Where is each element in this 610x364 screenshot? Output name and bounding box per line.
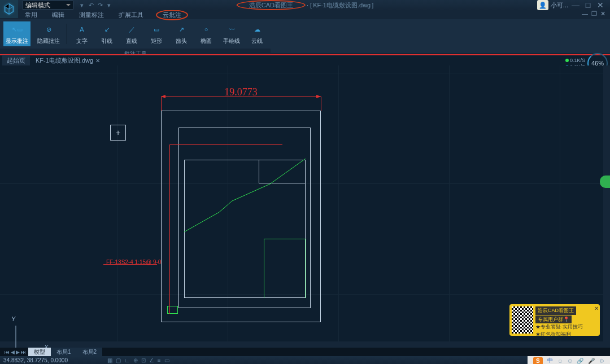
line-icon: ／ (124, 23, 140, 36)
qat-save-icon[interactable]: ▾ (78, 1, 86, 9)
model-toggle[interactable]: ▭ (164, 357, 169, 363)
dimension-value: 19.0773 (224, 86, 258, 98)
ime-tray: S 中 ☺ ⊙ 🔗 🎤 ⚙ (528, 356, 610, 364)
tab-nav-prev[interactable]: ◀ (11, 349, 15, 355)
hide-icon: ⊘ (41, 23, 56, 36)
tab-nav-first[interactable]: ⏮ (5, 349, 10, 355)
tool-show-annotate[interactable]: ↖▭显示批注 (3, 21, 30, 46)
status-bar: 34.8832, 38.7275, 0.0000 ▦▢∟⊕⊡∠≡▭ CH S 🔇 (0, 356, 610, 364)
maximize-button[interactable]: □ (583, 1, 593, 10)
layout2-tab[interactable]: 布局2 (77, 348, 103, 357)
status-toggles: ▦▢∟⊕⊡∠≡▭ (107, 357, 169, 363)
app-logo[interactable] (0, 0, 18, 18)
doc-minimize[interactable]: — (582, 10, 588, 17)
model-tab[interactable]: 模型 (28, 348, 51, 357)
doc-restore[interactable]: ❐ (591, 10, 597, 17)
title-bar: 编辑模式 ▾ ↶ ↷ ▾ 浩辰CAD看图王 · [KF-1电缆敷设图.dwg] … (0, 0, 610, 10)
layout1-tab[interactable]: 布局1 (51, 348, 77, 357)
tab-close-icon[interactable]: ✕ (95, 58, 100, 64)
minimize-button[interactable]: — (570, 1, 581, 10)
tool-arrow[interactable]: ↗箭头 (171, 21, 191, 46)
otrack-toggle[interactable]: ∠ (149, 357, 154, 363)
polar-toggle[interactable]: ⊕ (133, 357, 138, 363)
qat-redo-icon[interactable]: ↷ (96, 1, 104, 9)
tray-target-icon[interactable]: ⊙ (568, 358, 572, 364)
qr-code-icon (512, 306, 533, 334)
user-name[interactable]: 小可... (551, 1, 568, 10)
quick-access-toolbar: ▾ ↶ ↷ ▾ (78, 1, 113, 9)
tool-leader[interactable]: ↙引线 (97, 21, 117, 46)
mode-dropdown[interactable]: 编辑模式 (23, 1, 73, 10)
tray-link-icon[interactable]: 🔗 (577, 358, 583, 364)
tab-home[interactable]: 起始页 (2, 55, 30, 66)
sogou-tray-icon[interactable]: S (533, 357, 543, 365)
doc-close[interactable]: ✕ (600, 10, 605, 17)
text-icon: A (74, 23, 90, 36)
grid-toggle[interactable]: ▦ (107, 357, 112, 363)
snap-toggle[interactable]: ▢ (116, 357, 121, 363)
tool-rect[interactable]: ▭矩形 (146, 21, 167, 46)
ribbon: ↖▭显示批注 ⊘隐藏批注 A文字 ↙引线 ／直线 ▭矩形 ↗箭头 ○椭圆 〰手绘… (0, 19, 610, 54)
freehand-icon: 〰 (224, 23, 239, 36)
tool-text[interactable]: A文字 (72, 21, 92, 46)
tool-line[interactable]: ／直线 (121, 21, 142, 46)
document-tabs: 起始页 KF-1电缆敷设图.dwg✕ 0.1K/S 0.2K/S 46% (0, 54, 610, 65)
menu-cloud-annotate-highlighted[interactable]: 云批注 (156, 10, 188, 20)
window-title: 浩辰CAD看图王 · [KF-1电缆敷设图.dwg] (237, 0, 374, 10)
menu-measure[interactable]: 测量标注 (77, 11, 106, 19)
tray-settings-icon[interactable]: ⚙ (599, 358, 604, 364)
rect-icon: ▭ (149, 23, 164, 36)
qat-undo-icon[interactable]: ↶ (87, 1, 95, 9)
ad-close-button[interactable]: ✕ (594, 305, 599, 312)
leader-icon: ↙ (99, 23, 115, 36)
lwt-toggle[interactable]: ≡ (158, 357, 161, 363)
tray-mic-icon[interactable]: 🎤 (588, 358, 595, 364)
tab-file-active[interactable]: KF-1电缆敷设图.dwg✕ (31, 54, 104, 66)
app-name-highlighted: 浩辰CAD看图王 (237, 0, 306, 10)
menu-bar: 常用 编辑 测量标注 扩展工具 云批注 (0, 10, 610, 19)
qat-more-icon[interactable]: ▾ (105, 1, 113, 9)
cloud-icon: ☁ (249, 23, 265, 36)
doc-window-controls: — ❐ ✕ (582, 10, 605, 17)
ellipse-icon: ○ (198, 23, 214, 36)
tray-ch[interactable]: 中 (547, 357, 553, 364)
tab-nav-last[interactable]: ⏭ (21, 349, 26, 355)
tab-nav-next[interactable]: ▶ (16, 349, 20, 355)
user-avatar[interactable]: 👤 (537, 0, 548, 10)
cursor-icon: ↖▭ (9, 23, 25, 36)
tool-hide-annotate[interactable]: ⊘隐藏批注 (35, 21, 62, 46)
tool-ellipse[interactable]: ○椭圆 (196, 21, 216, 46)
osnap-toggle[interactable]: ⊡ (141, 357, 146, 363)
menu-edit[interactable]: 编辑 (50, 11, 67, 19)
menu-extend[interactable]: 扩展工具 (116, 11, 146, 19)
tray-emoji-icon[interactable]: ☺ (557, 358, 563, 364)
menu-common[interactable]: 常用 (23, 11, 40, 19)
layout-tabs: ⏮◀▶⏭ 模型 布局1 布局2 (0, 348, 610, 356)
ortho-toggle[interactable]: ∟ (124, 357, 130, 363)
close-button[interactable]: ✕ (595, 1, 605, 10)
coordinates-display: 34.8832, 38.7275, 0.0000 (3, 357, 68, 363)
drawing-canvas[interactable]: + 19.0773 FF-13S2-4 1:15@ 9-0 Y X ✕ 浩辰CA… (0, 65, 610, 348)
cursor-crosshair: + (110, 125, 126, 141)
advertisement-popup: ✕ 浩辰CAD看图王 专属用户群📍 ★专业答疑·实用技巧★红包折扣福利 (509, 304, 600, 336)
tool-cloud[interactable]: ☁云线 (247, 21, 267, 46)
tool-freehand[interactable]: 〰手绘线 (221, 21, 242, 46)
arrow-icon: ↗ (173, 23, 189, 36)
